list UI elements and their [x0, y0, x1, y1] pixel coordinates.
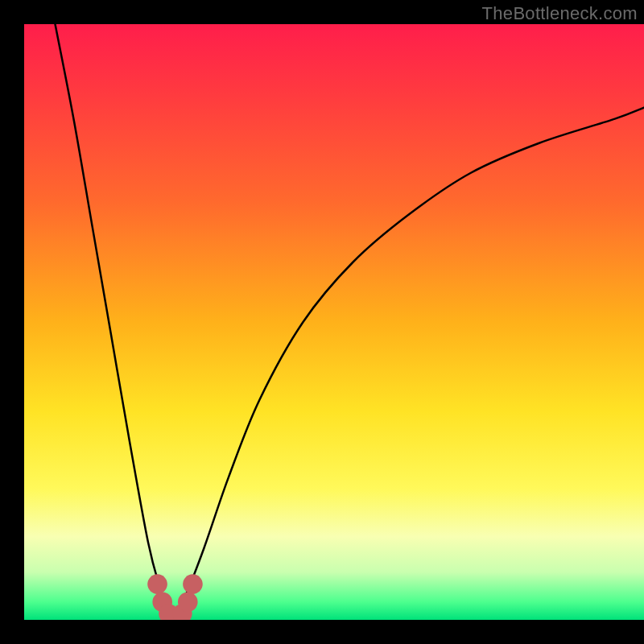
watermark-text: TheBottleneck.com [482, 3, 638, 24]
bottleneck-chart [24, 0, 644, 620]
gradient-background [24, 24, 644, 620]
sweet-spot-dot [147, 574, 167, 594]
chart-frame: TheBottleneck.com [24, 0, 644, 620]
sweet-spot-dot [178, 592, 198, 612]
sweet-spot-dot [183, 574, 203, 594]
